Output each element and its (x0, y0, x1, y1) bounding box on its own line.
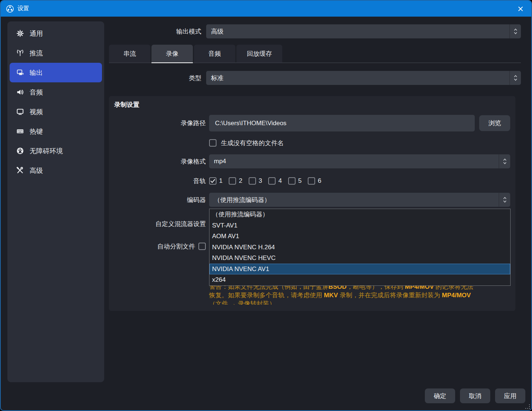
encoder-option[interactable]: SVT-AV1 (209, 220, 510, 231)
sidebar-item-label: 视频 (30, 107, 43, 116)
monitor-icon (16, 108, 24, 116)
browse-button[interactable]: 浏览 (479, 115, 510, 131)
chevron-up-down-icon[interactable] (499, 154, 510, 168)
title-bar[interactable]: 设置 (1, 1, 531, 17)
settings-window: 设置 通用推流输出音频视频热键无障碍环境高级 输出模式 高级 串流录像音频回放缓… (0, 0, 532, 411)
encoder-option[interactable]: （使用推流编码器） (209, 209, 510, 220)
sidebar-item-label: 热键 (30, 127, 43, 136)
audio-track-checkbox[interactable] (308, 177, 315, 185)
custom-muxer-label: 自定义混流器设置 (114, 220, 206, 228)
encoder-option[interactable]: NVIDIA NVENC HEVC (209, 253, 510, 264)
output-mode-row: 输出模式 高级 (109, 24, 521, 38)
recording-format-value: mp4 (209, 158, 499, 165)
audio-track-4: 4 (268, 177, 282, 185)
audio-track-5: 5 (288, 177, 301, 185)
audio-track-6: 6 (308, 177, 321, 185)
no-space-row: 生成没有空格的文件名 (209, 139, 510, 147)
tab-stream[interactable]: 串流 (109, 45, 150, 62)
ok-button[interactable]: 确定 (425, 388, 455, 403)
audio-track-checkbox[interactable] (249, 177, 256, 185)
encoder-option[interactable]: NVIDIA NVENC AV1 (209, 264, 510, 275)
no-space-checkbox[interactable] (209, 139, 216, 147)
chevron-up-down-icon[interactable] (509, 24, 521, 38)
tab-audio[interactable]: 音频 (194, 45, 235, 62)
sidebar-item-video[interactable]: 视频 (10, 102, 102, 121)
output-mode-value: 高级 (206, 27, 509, 36)
dialog-buttons: 确定 取消 应用 (425, 388, 525, 403)
sidebar-item-accessibility[interactable]: 无障碍环境 (10, 141, 102, 161)
gear-icon (16, 30, 24, 38)
recording-path-row: 录像路径 浏览 (114, 115, 510, 131)
sidebar-item-general[interactable]: 通用 (10, 24, 102, 43)
sidebar-item-label: 输出 (30, 68, 43, 77)
encoder-label: 编码器 (114, 196, 206, 204)
resize-grip[interactable] (525, 404, 530, 409)
sidebar-item-stream[interactable]: 推流 (10, 43, 102, 63)
encoder-option[interactable]: AOM AV1 (209, 231, 510, 242)
sidebar-item-output[interactable]: 输出 (10, 63, 102, 82)
audio-tracks-row: 音轨 123456 (114, 177, 510, 185)
sidebar-item-label: 高级 (30, 166, 43, 175)
audio-track-1: 1 (209, 177, 222, 185)
recording-format-label: 录像格式 (114, 157, 206, 166)
audio-track-checkbox[interactable] (229, 177, 236, 185)
cancel-button[interactable]: 取消 (460, 388, 490, 403)
output-mode-label: 输出模式 (109, 27, 201, 36)
sidebar-item-hotkeys[interactable]: 热键 (10, 121, 102, 141)
audio-track-number: 2 (239, 177, 242, 185)
warning-line: 恢复。如果要录制多个音轨，请考虑使用 MKV 录制，并在完成后将录像重新封装为 … (209, 291, 509, 299)
audio-tracks-label: 音轨 (114, 177, 206, 185)
encoder-option[interactable]: NVIDIA NVENC H.264 (209, 242, 510, 253)
audio-track-number: 4 (278, 177, 282, 185)
audio-track-checkbox[interactable] (209, 177, 216, 185)
settings-sidebar: 通用推流输出音频视频热键无障碍环境高级 (7, 21, 104, 382)
output-camera-icon (16, 69, 24, 77)
sidebar-item-audio[interactable]: 音频 (10, 82, 102, 102)
tools-icon (16, 167, 24, 175)
group-title: 录制设置 (114, 100, 510, 109)
encoder-select[interactable]: （使用推流编码器） (209, 193, 510, 207)
tab-replay[interactable]: 回放缓存 (236, 45, 282, 62)
sidebar-item-label: 通用 (30, 29, 43, 38)
encoder-dropdown-list: （使用推流编码器）SVT-AV1AOM AV1NVIDIA NVENC H.26… (209, 209, 511, 286)
speaker-icon (16, 88, 24, 96)
encoder-value: （使用推流编码器） (209, 196, 499, 204)
sidebar-item-label: 无障碍环境 (30, 147, 63, 155)
audio-track-number: 5 (298, 177, 301, 185)
format-warning-text: 警告：如果文件无法完成（例如，由于蓝屏BSOD，断电等），保存到 MP4/MOV… (209, 282, 509, 305)
auto-split-checkbox[interactable] (198, 243, 206, 250)
type-row: 类型 标准 (109, 71, 521, 85)
chevron-up-down-icon[interactable] (499, 193, 510, 207)
type-select[interactable]: 标准 (206, 71, 521, 85)
audio-track-number: 3 (259, 177, 262, 185)
broadcast-icon (16, 49, 24, 57)
main-content: 输出模式 高级 串流录像音频回放缓存 类型 标准 录制设置 录像路径 浏览 (109, 17, 521, 311)
recording-settings-group: 录制设置 录像路径 浏览 生成没有空格的文件名 录像格式 mp4 音轨 1234… (109, 96, 515, 311)
warning-line: （文件 → 录像转封装） (209, 299, 509, 305)
output-mode-select[interactable]: 高级 (206, 24, 521, 38)
sidebar-item-advanced[interactable]: 高级 (10, 161, 102, 180)
audio-track-number: 6 (318, 177, 321, 185)
close-icon[interactable] (515, 3, 526, 14)
encoder-option[interactable]: x264 (209, 274, 510, 285)
audio-track-checkbox[interactable] (268, 177, 276, 185)
encoder-row: 编码器 （使用推流编码器） (114, 193, 510, 207)
audio-track-3: 3 (249, 177, 262, 185)
auto-split-label: 自动分割文件 (157, 242, 195, 251)
tab-recording[interactable]: 录像 (151, 45, 193, 62)
recording-format-row: 录像格式 mp4 (114, 154, 510, 168)
audio-track-number: 1 (219, 177, 222, 185)
accessibility-icon (16, 147, 24, 155)
chevron-up-down-icon[interactable] (509, 71, 521, 85)
recording-path-input[interactable] (209, 115, 475, 131)
audio-track-checkbox[interactable] (288, 177, 296, 185)
obs-logo-icon (6, 5, 14, 13)
type-label: 类型 (109, 74, 201, 82)
recording-path-label: 录像路径 (114, 119, 206, 127)
output-tabs: 串流录像音频回放缓存 (109, 45, 521, 63)
apply-button[interactable]: 应用 (495, 388, 525, 403)
window-title: 设置 (17, 5, 29, 13)
no-space-label: 生成没有空格的文件名 (221, 139, 284, 147)
sidebar-item-label: 音频 (30, 88, 43, 97)
recording-format-select[interactable]: mp4 (209, 154, 510, 168)
